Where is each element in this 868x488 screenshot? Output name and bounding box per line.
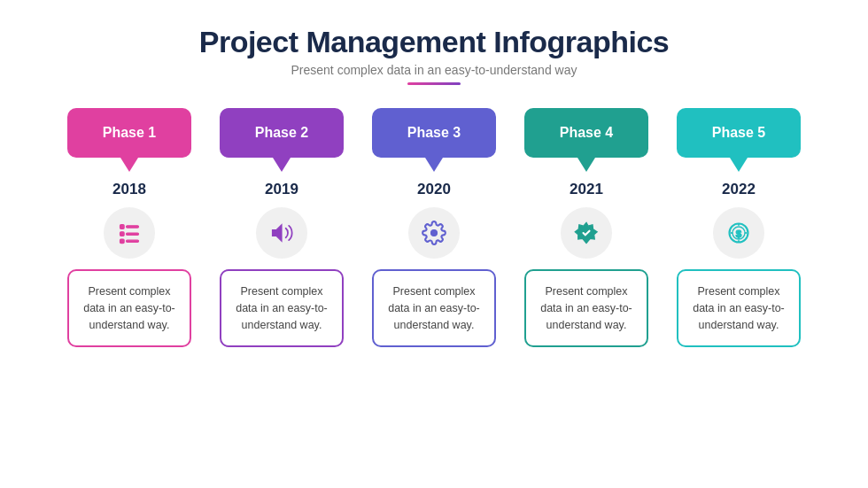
phase-2-icon-circle [256,207,307,259]
phase-5-label: Phase 5 [712,125,765,141]
phase-4-label: Phase 4 [560,125,613,141]
phase-1-card: Present complex data in an easy-to-under… [67,269,191,347]
phase-1-description: Present complex data in an easy-to-under… [83,285,175,331]
phase-1-column: Phase 1 2018 Present complex data in an … [58,108,200,347]
phase-3-bubble: Phase 3 [372,108,496,158]
phase-4-year: 2021 [570,181,603,198]
list-icon [117,221,142,245]
page-subtitle: Present complex data in an easy-to-under… [199,63,670,77]
phase-2-label: Phase 2 [255,125,308,141]
coin-icon: $ [726,221,751,245]
svg-point-6 [431,230,438,236]
phase-4-description: Present complex data in an easy-to-under… [540,285,632,331]
phase-1-year: 2018 [112,181,146,198]
phase-2-column: Phase 2 2019 Present complex data in an … [211,108,353,347]
svg-text:$: $ [736,228,742,239]
svg-rect-0 [120,225,125,229]
phase-4-card: Present complex data in an easy-to-under… [524,269,648,347]
phase-1-icon-circle [104,207,155,259]
phase-2-card: Present complex data in an easy-to-under… [220,269,344,347]
phase-2-year: 2019 [265,181,298,198]
phase-3-year: 2020 [417,181,451,198]
phases-container: Phase 1 2018 Present complex data in an … [35,108,833,347]
svg-rect-5 [127,240,139,242]
phase-3-icon-circle [408,207,460,259]
phase-3-label: Phase 3 [407,125,461,141]
phase-3-card: Present complex data in an easy-to-under… [372,269,496,347]
phase-4-column: Phase 4 2021 Present complex data in an … [515,108,657,347]
phase-1-label: Phase 1 [103,125,156,141]
phase-5-description: Present complex data in an easy-to-under… [693,285,785,331]
phase-3-column: Phase 3 2020 Present complex data in an … [363,108,505,347]
svg-rect-2 [120,232,125,236]
phase-5-column: Phase 5 2022 $ Present complex data in a… [668,108,810,347]
megaphone-icon [269,221,294,245]
phase-5-card: Present complex data in an easy-to-under… [677,269,801,347]
page-title: Project Management Infographics [199,25,670,59]
phase-5-year: 2022 [722,181,756,198]
phase-5-bubble: Phase 5 [677,108,801,158]
svg-rect-4 [120,239,125,244]
phase-2-bubble: Phase 2 [220,108,344,158]
page-header: Project Management Infographics Present … [199,25,670,85]
subtitle-divider [407,82,461,85]
phase-4-icon-circle [561,207,612,259]
settings-icon [422,221,446,245]
phase-2-description: Present complex data in an easy-to-under… [236,285,328,331]
svg-rect-1 [127,226,139,228]
phase-5-icon-circle: $ [713,207,764,259]
phase-3-description: Present complex data in an easy-to-under… [388,285,480,331]
phase-1-bubble: Phase 1 [67,108,191,158]
badge-icon [574,221,599,245]
phase-4-bubble: Phase 4 [524,108,648,158]
svg-rect-3 [127,233,139,235]
